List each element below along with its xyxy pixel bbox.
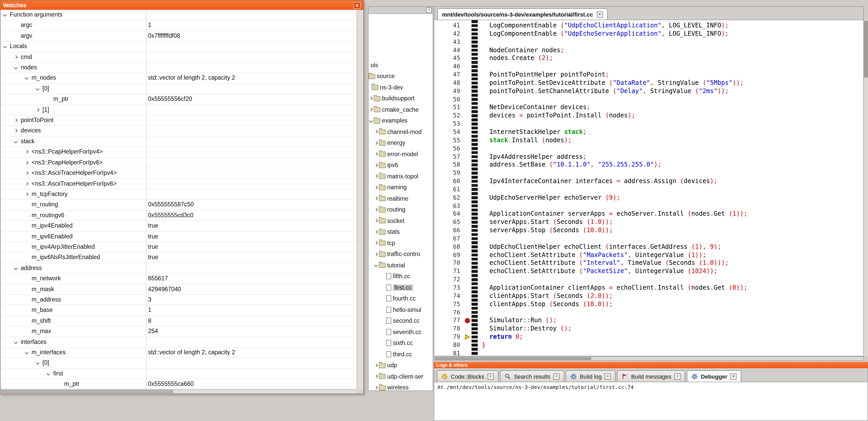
watch-row[interactable]: m_network655617: [1, 273, 356, 284]
marker-cell[interactable]: [463, 71, 471, 79]
tree-item-ols[interactable]: ols: [369, 60, 433, 71]
marker-cell[interactable]: [463, 95, 471, 104]
marker-cell[interactable]: [463, 243, 471, 251]
tree-item-source[interactable]: source: [369, 71, 433, 82]
editor-vscrollbar[interactable]: [864, 20, 868, 356]
marker-cell[interactable]: [463, 30, 471, 38]
expand-chevron-icon[interactable]: [374, 141, 378, 145]
scrollbar-thumb[interactable]: [864, 21, 868, 77]
watch-row[interactable]: m_routingv60x5555555cd3c0: [1, 210, 356, 221]
watch-row[interactable]: m_base1: [1, 305, 356, 316]
collapse-chevron-icon[interactable]: [35, 86, 40, 91]
watch-row[interactable]: [1]: [1, 105, 356, 115]
tree-item-channel-mod[interactable]: channel-mod: [369, 126, 433, 137]
watch-row[interactable]: m_max254: [1, 326, 356, 337]
close-icon[interactable]: ×: [596, 11, 603, 17]
tree-item-stats[interactable]: stats: [369, 226, 433, 237]
marker-cell[interactable]: [463, 227, 471, 235]
breakpoint-icon[interactable]: [465, 318, 470, 324]
watch-row[interactable]: m_ptr0x55555556cf20: [1, 94, 356, 105]
watch-row[interactable]: first: [1, 369, 356, 379]
watches-column-divider[interactable]: [146, 10, 147, 389]
marker-cell[interactable]: [463, 259, 471, 268]
expand-chevron-icon[interactable]: [369, 96, 373, 101]
tree-item-energy[interactable]: energy: [369, 137, 433, 149]
marker-cell[interactable]: [463, 120, 471, 128]
marker-cell[interactable]: [463, 342, 471, 350]
tree-item-udp[interactable]: udp: [369, 360, 433, 371]
tree-item-matrix-topol[interactable]: matrix-topol: [369, 171, 433, 182]
collapse-chevron-icon[interactable]: [13, 339, 18, 344]
watch-row[interactable]: m_mask4294967040: [1, 284, 356, 295]
collapse-chevron-icon[interactable]: [24, 350, 29, 355]
marker-cell[interactable]: [463, 22, 471, 30]
logs-tab-build-messages[interactable]: Build messages×: [617, 370, 685, 382]
expand-chevron-icon[interactable]: [24, 192, 29, 197]
scrollbar-thumb[interactable]: [1, 390, 173, 393]
marker-cell[interactable]: [463, 202, 471, 210]
code-editor[interactable]: 4142434445464748495051525354555657585960…: [434, 20, 864, 356]
marker-cell[interactable]: [463, 235, 471, 243]
watch-row[interactable]: m_ipv6Enabledtrue: [1, 231, 356, 242]
marker-cell[interactable]: [463, 219, 471, 227]
expand-chevron-icon[interactable]: [35, 107, 40, 112]
expand-chevron-icon[interactable]: [374, 374, 378, 379]
expand-chevron-icon[interactable]: [374, 207, 378, 212]
watch-row[interactable]: m_ipv4Enabledtrue: [1, 221, 356, 231]
watches-titlebar[interactable]: Watches ×: [1, 1, 363, 10]
close-icon[interactable]: ×: [353, 2, 361, 8]
marker-cell[interactable]: [463, 136, 471, 145]
logs-tab-build-log[interactable]: Build log×: [566, 370, 615, 382]
editor-tab-first-cc[interactable]: mnt/dev/tools/source/ns-3-dev/examples/t…: [437, 8, 608, 20]
expand-chevron-icon[interactable]: [374, 196, 378, 201]
watch-row[interactable]: m_ipv4ArpJitterEnabledtrue: [1, 242, 356, 253]
marker-cell[interactable]: [463, 46, 471, 55]
expand-chevron-icon[interactable]: [374, 252, 378, 257]
watch-row[interactable]: [0]: [1, 84, 356, 94]
marker-cell[interactable]: [463, 333, 471, 342]
marker-cell[interactable]: [463, 55, 471, 63]
tree-item-seventh-cc[interactable]: seventh.cc: [369, 326, 433, 337]
watch-row[interactable]: pointToPoint: [1, 115, 356, 126]
marker-cell[interactable]: [463, 177, 471, 186]
tree-item-routing[interactable]: routing: [369, 204, 433, 215]
marker-cell[interactable]: [463, 128, 471, 136]
tree-item-tutorial[interactable]: tutorial: [369, 260, 433, 271]
watch-row[interactable]: <ns3::PcapHelperForIpv6>: [1, 158, 356, 168]
marker-cell[interactable]: [463, 63, 471, 71]
tree-item-ns-3-dev[interactable]: ns-3-dev: [369, 82, 433, 93]
logs-tab-code-blocks[interactable]: Code::Blocks×: [437, 370, 498, 382]
marker-cell[interactable]: [463, 169, 471, 177]
marker-cell[interactable]: [463, 79, 471, 88]
tree-item-wireless[interactable]: wireless: [369, 382, 433, 393]
project-tree-titlebar[interactable]: ×: [369, 7, 433, 14]
collapse-chevron-icon[interactable]: [3, 12, 7, 17]
marker-cell[interactable]: [463, 194, 471, 202]
tree-item-hello-simul[interactable]: hello-simul: [369, 304, 433, 315]
watch-row[interactable]: stack: [1, 136, 356, 147]
marker-cell[interactable]: [463, 317, 471, 325]
expand-chevron-icon[interactable]: [374, 385, 378, 390]
collapse-chevron-icon[interactable]: [374, 263, 378, 268]
close-icon[interactable]: ×: [731, 373, 737, 379]
watches-hscrollbar[interactable]: [1, 389, 356, 394]
expand-chevron-icon[interactable]: [374, 185, 378, 190]
scrollbar-thumb[interactable]: [435, 357, 591, 360]
marker-cell[interactable]: [463, 350, 471, 357]
marker-cell[interactable]: [463, 300, 471, 309]
marker-cell[interactable]: [463, 144, 471, 153]
code-text[interactable]: LogComponentEnable ("UdpEchoClientApplic…: [478, 20, 863, 356]
collapse-chevron-icon[interactable]: [24, 76, 29, 80]
tree-item-socket[interactable]: socket: [369, 215, 433, 226]
tree-item-second-cc[interactable]: second.cc: [369, 315, 433, 326]
watch-row[interactable]: m_address3: [1, 295, 356, 305]
watch-row[interactable]: Locals: [1, 41, 356, 52]
expand-chevron-icon[interactable]: [374, 174, 378, 179]
collapse-chevron-icon[interactable]: [46, 371, 51, 376]
collapse-chevron-icon[interactable]: [3, 44, 7, 48]
marker-cell[interactable]: [463, 153, 471, 161]
expand-chevron-icon[interactable]: [374, 163, 378, 168]
expand-chevron-icon[interactable]: [374, 130, 378, 134]
editor-hscrollbar[interactable]: [434, 356, 864, 361]
marker-cell[interactable]: [463, 186, 471, 194]
